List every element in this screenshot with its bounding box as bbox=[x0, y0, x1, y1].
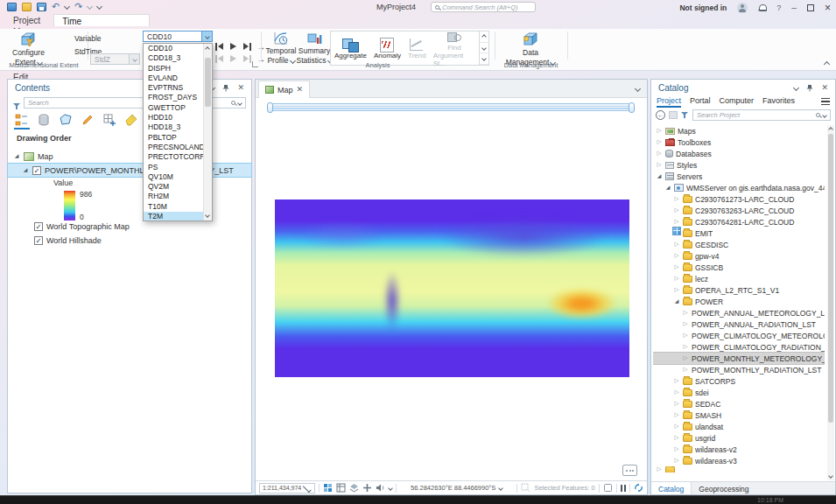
dropdown-option[interactable]: T10M bbox=[144, 202, 203, 212]
catalog-tab[interactable]: Project bbox=[657, 96, 681, 107]
tree-item[interactable]: POWER_MONTHLY_METEOROLOGY_LST bbox=[653, 353, 825, 364]
redo-icon[interactable]: ↷ bbox=[74, 2, 82, 11]
chevron-down-icon[interactable] bbox=[237, 101, 242, 106]
grid-view-icon[interactable] bbox=[323, 483, 333, 493]
catalog-search-input[interactable] bbox=[697, 111, 813, 119]
close-button[interactable] bbox=[825, 3, 831, 13]
add-data-icon[interactable] bbox=[362, 483, 372, 493]
dropdown-option[interactable]: DISPH bbox=[144, 64, 203, 74]
dropdown-option[interactable]: EVPTRNS bbox=[144, 83, 203, 93]
redo-dropdown-icon[interactable] bbox=[87, 4, 93, 10]
dropdown-scrollbar[interactable] bbox=[203, 44, 212, 220]
expander-icon[interactable] bbox=[656, 128, 663, 134]
view-options-icon[interactable] bbox=[635, 86, 641, 92]
ribbon-contextual-tab[interactable]: Time bbox=[53, 14, 150, 26]
tree-item[interactable]: OPERA_L2_RTC_S1_V1 bbox=[653, 284, 825, 296]
list-by-source-icon[interactable] bbox=[37, 113, 51, 127]
dropdown-option[interactable]: PS bbox=[144, 163, 203, 172]
expander-icon[interactable] bbox=[682, 321, 689, 327]
expander-icon[interactable] bbox=[673, 446, 680, 452]
expander-icon[interactable] bbox=[682, 344, 689, 350]
expander-icon[interactable] bbox=[673, 219, 680, 225]
dropdown-option[interactable]: GWETTOP bbox=[144, 103, 203, 113]
dropdown-option[interactable]: FROST_DAYS bbox=[144, 93, 203, 102]
summary-statistics-button[interactable]: Summary Statistics bbox=[298, 31, 331, 66]
map-scale-combobox[interactable]: 1:211,434,974 bbox=[259, 483, 315, 494]
variable-combobox[interactable]: CDD10 bbox=[143, 31, 213, 42]
catalog-tab[interactable]: Computer bbox=[720, 96, 755, 107]
dropdown-option[interactable]: HDD18_3 bbox=[144, 122, 203, 132]
layer-checkbox[interactable] bbox=[34, 222, 43, 231]
scrollbar-thumb[interactable] bbox=[205, 58, 211, 107]
dropdown-option[interactable]: CDD10 bbox=[144, 44, 203, 53]
expander-icon[interactable] bbox=[673, 196, 680, 202]
expander-icon[interactable] bbox=[656, 139, 663, 145]
list-by-drawing-order-icon[interactable] bbox=[15, 113, 29, 127]
expander-icon[interactable] bbox=[673, 401, 680, 407]
list-by-snapping-icon[interactable] bbox=[124, 113, 138, 127]
map-raster[interactable] bbox=[275, 200, 629, 377]
list-by-editing-icon[interactable] bbox=[81, 113, 95, 127]
tree-item[interactable]: Toolboxes bbox=[653, 136, 825, 148]
catalog-tab[interactable]: Favorites bbox=[762, 96, 795, 107]
close-tab-icon[interactable]: ✕ bbox=[297, 86, 304, 94]
tree-item[interactable]: POWER bbox=[653, 296, 825, 307]
tree-item[interactable]: Databases bbox=[653, 148, 825, 159]
expander-icon[interactable] bbox=[682, 310, 689, 316]
tree-item[interactable]: SEDAC bbox=[653, 398, 825, 410]
tree-item[interactable]: POWER_ANNUAL_METEOROLOGY_LST bbox=[653, 307, 825, 318]
catalog-search[interactable] bbox=[692, 109, 831, 121]
tree-item[interactable]: Styles bbox=[653, 159, 825, 171]
tree-item[interactable]: GESDISC bbox=[653, 239, 825, 250]
pause-drawing-icon[interactable] bbox=[621, 485, 626, 492]
menu-icon[interactable] bbox=[821, 98, 830, 105]
dropdown-option[interactable]: CDD18_3 bbox=[144, 53, 203, 63]
windows-taskbar[interactable]: 10:18 PM bbox=[0, 495, 836, 504]
back-icon[interactable]: ← bbox=[656, 110, 665, 120]
tree-item[interactable]: GSSICB bbox=[653, 262, 825, 273]
tree-item[interactable]: POWER_CLIMATOLOGY_METEOROLOGY_LST bbox=[653, 330, 825, 341]
new-project-icon[interactable] bbox=[7, 3, 17, 11]
pin-icon[interactable] bbox=[806, 84, 813, 92]
account-avatar[interactable] bbox=[737, 3, 748, 13]
tree-item[interactable]: ulandsat bbox=[653, 421, 825, 432]
chevron-down-icon[interactable] bbox=[388, 486, 393, 491]
maximize-button[interactable] bbox=[807, 4, 814, 11]
expander-icon[interactable] bbox=[682, 332, 689, 339]
extent-box-icon[interactable] bbox=[603, 483, 613, 493]
panel-tab[interactable]: Catalog bbox=[651, 482, 692, 494]
expander-icon[interactable] bbox=[673, 207, 680, 214]
expander-icon[interactable] bbox=[13, 153, 20, 159]
tree-item[interactable]: Servers bbox=[653, 171, 825, 182]
expander-icon[interactable] bbox=[673, 435, 680, 441]
expander-icon[interactable] bbox=[682, 355, 689, 361]
gallery-item[interactable]: Trend bbox=[404, 32, 430, 65]
expander-icon[interactable] bbox=[673, 253, 680, 259]
close-panel-icon[interactable]: ✕ bbox=[237, 84, 244, 92]
map-canvas[interactable] bbox=[256, 98, 647, 482]
time-slider[interactable] bbox=[268, 103, 634, 111]
attribute-table-icon[interactable] bbox=[336, 483, 346, 493]
expander-icon[interactable] bbox=[673, 276, 680, 282]
tree-item[interactable]: wildareas-v2 bbox=[653, 444, 825, 455]
filter-icon[interactable] bbox=[13, 102, 21, 110]
play-icon[interactable] bbox=[228, 43, 238, 51]
notifications-icon[interactable] bbox=[758, 4, 766, 12]
chevron-down-icon[interactable] bbox=[822, 113, 827, 118]
tree-item[interactable]: gpw-v4 bbox=[653, 250, 825, 262]
map-view-tab[interactable]: Map ✕ bbox=[258, 80, 310, 98]
layers-icon[interactable] bbox=[349, 483, 359, 493]
tree-item[interactable]: C2930763263-LARC_CLOUD bbox=[653, 205, 825, 216]
time-slider-start-handle[interactable] bbox=[267, 102, 273, 113]
collapse-ribbon-icon[interactable] bbox=[824, 61, 830, 67]
expander-icon[interactable] bbox=[673, 458, 680, 464]
dropdown-option[interactable]: PRECSNOLAND_SUM bbox=[144, 143, 203, 152]
expander-icon[interactable] bbox=[682, 367, 689, 373]
close-panel-icon[interactable]: ✕ bbox=[821, 84, 828, 92]
panel-menu-icon[interactable] bbox=[793, 84, 799, 90]
tree-item[interactable]: POWER_CLIMATOLOGY_RADIATION_LST bbox=[653, 341, 825, 353]
on-screen-keyboard-button[interactable] bbox=[622, 465, 637, 476]
dropdown-option[interactable]: QV2M bbox=[144, 182, 203, 192]
layer-checkbox[interactable] bbox=[34, 236, 43, 245]
refresh-icon[interactable] bbox=[634, 483, 643, 493]
